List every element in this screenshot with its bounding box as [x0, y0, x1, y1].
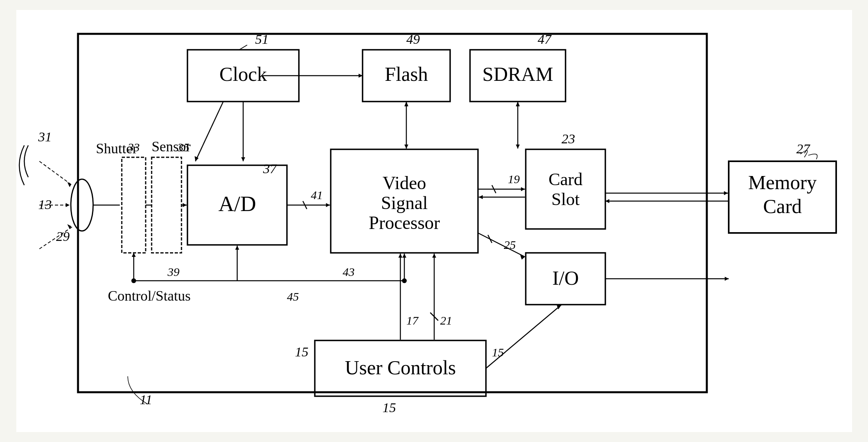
- control-status-label: Control/Status: [108, 288, 191, 304]
- ref-47: 47: [538, 32, 552, 47]
- ref-43: 43: [343, 265, 355, 278]
- ref-39: 39: [167, 265, 179, 278]
- ref-51: 51: [255, 32, 269, 47]
- usercontrols-label: User Controls: [345, 356, 456, 379]
- ref-15-side: 15: [295, 344, 308, 359]
- ad-label: A/D: [218, 192, 256, 216]
- vsp-label-3: Processor: [369, 213, 440, 233]
- ref-15-io: 15: [492, 346, 504, 359]
- io-label: I/O: [552, 267, 579, 289]
- diagram-container: 11 Clock 51 Flash 49 SDRAM 47 A/D 37 Vid…: [16, 10, 852, 432]
- cardslot-label-2: Slot: [551, 190, 579, 209]
- ref-21: 21: [440, 314, 452, 327]
- vsp-label-1: Video: [382, 173, 426, 193]
- ref-31: 31: [38, 129, 52, 144]
- ref-33: 33: [127, 141, 140, 154]
- ref-23: 23: [562, 131, 575, 146]
- sdram-label: SDRAM: [482, 63, 553, 85]
- ref-25: 25: [504, 238, 516, 251]
- ref-11: 11: [140, 392, 152, 407]
- flash-label: Flash: [384, 63, 427, 85]
- ref-41: 41: [311, 188, 323, 201]
- ref-13: 13: [38, 197, 52, 212]
- clock-label: Clock: [219, 63, 267, 85]
- ref-15-bottom: 15: [382, 400, 396, 415]
- ref-27: 27: [796, 141, 811, 156]
- cardslot-label-1: Card: [548, 170, 583, 189]
- svg-point-54: [402, 278, 407, 283]
- ref-19: 19: [508, 172, 520, 186]
- ref-37: 37: [263, 161, 277, 176]
- ref-35: 35: [177, 141, 189, 154]
- memcard-label-1: Memory: [748, 171, 816, 194]
- ref-49: 49: [406, 32, 420, 47]
- ref-17: 17: [406, 314, 419, 327]
- vsp-label-2: Signal: [381, 193, 428, 213]
- memcard-label-2: Card: [763, 195, 802, 217]
- ref-45: 45: [287, 290, 299, 303]
